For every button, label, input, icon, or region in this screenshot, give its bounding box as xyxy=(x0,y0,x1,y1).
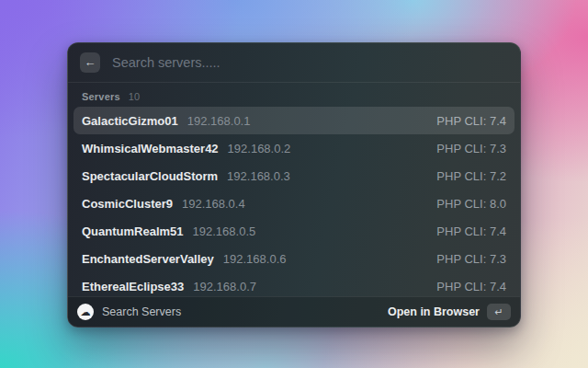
server-ip: 192.168.0.1 xyxy=(187,114,251,128)
server-php-version: PHP CLI: 7.4 xyxy=(436,114,506,128)
server-row[interactable]: CosmicCluster9192.168.0.4PHP CLI: 8.0 xyxy=(74,190,514,217)
server-name: EnchantedServerValley xyxy=(82,252,214,266)
server-list: GalacticGizmo01192.168.0.1PHP CLI: 7.4Wh… xyxy=(68,107,520,296)
server-ip: 192.168.0.4 xyxy=(182,197,245,211)
server-php-version: PHP CLI: 7.3 xyxy=(436,142,506,155)
return-key-icon: ↵ xyxy=(487,304,511,320)
server-php-version: PHP CLI: 7.4 xyxy=(436,280,506,293)
search-bar: ← xyxy=(68,43,520,83)
desktop-background: ← Servers 10 GalacticGizmo01192.168.0.1P… xyxy=(0,0,588,368)
server-name: SpectacularCloudStorm xyxy=(82,169,218,183)
server-php-version: PHP CLI: 7.3 xyxy=(436,252,506,266)
server-name: WhimsicalWebmaster42 xyxy=(82,142,219,155)
server-row[interactable]: QuantumRealm51192.168.0.5PHP CLI: 7.4 xyxy=(74,217,514,245)
footer-bar: ☁ Search Servers Open in Browser ↵ xyxy=(68,296,520,327)
server-php-version: PHP CLI: 8.0 xyxy=(436,197,506,211)
command-palette-window: ← Servers 10 GalacticGizmo01192.168.0.1P… xyxy=(67,42,521,328)
server-name: GalacticGizmo01 xyxy=(82,114,178,128)
server-ip: 192.168.0.2 xyxy=(228,142,291,155)
server-ip: 192.168.0.3 xyxy=(227,169,290,183)
cloud-app-icon: ☁ xyxy=(77,304,94,320)
server-name: EtherealEclipse33 xyxy=(82,280,184,293)
server-row[interactable]: WhimsicalWebmaster42192.168.0.2PHP CLI: … xyxy=(74,134,514,162)
open-in-browser-action[interactable]: Open in Browser ↵ xyxy=(388,304,511,320)
server-php-version: PHP CLI: 7.4 xyxy=(436,224,506,238)
back-button[interactable]: ← xyxy=(80,52,100,73)
server-name: CosmicCluster9 xyxy=(82,197,173,211)
section-count: 10 xyxy=(129,91,140,102)
server-row[interactable]: GalacticGizmo01192.168.0.1PHP CLI: 7.4 xyxy=(74,107,514,134)
server-php-version: PHP CLI: 7.2 xyxy=(436,169,506,183)
server-row[interactable]: SpectacularCloudStorm192.168.0.3PHP CLI:… xyxy=(74,162,514,190)
server-ip: 192.168.0.7 xyxy=(193,280,256,293)
open-in-browser-label: Open in Browser xyxy=(388,305,480,318)
section-header: Servers 10 xyxy=(68,83,520,107)
server-row[interactable]: EtherealEclipse33192.168.0.7PHP CLI: 7.4 xyxy=(74,272,514,296)
server-ip: 192.168.0.5 xyxy=(193,224,256,238)
search-input[interactable] xyxy=(110,54,508,71)
server-name: QuantumRealm51 xyxy=(82,224,184,238)
section-title: Servers xyxy=(82,91,120,102)
server-ip: 192.168.0.6 xyxy=(223,252,287,266)
footer-app-label: Search Servers xyxy=(102,305,181,318)
server-row[interactable]: EnchantedServerValley192.168.0.6PHP CLI:… xyxy=(74,245,514,272)
